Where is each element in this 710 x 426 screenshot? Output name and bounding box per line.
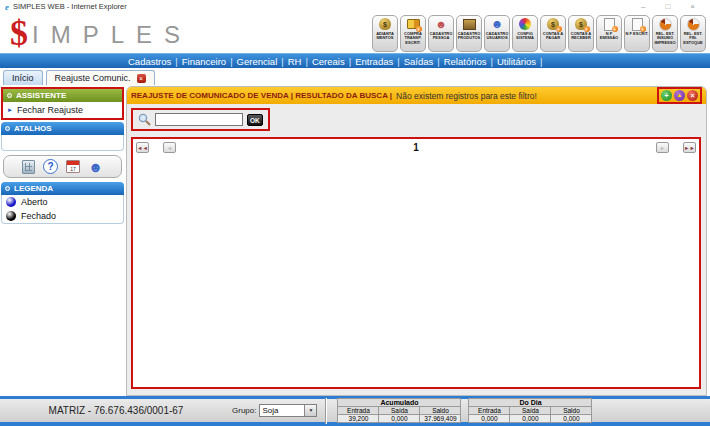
chevron-down-icon[interactable]: ▼	[304, 405, 316, 416]
menu-separator: |	[281, 56, 283, 67]
toolbar-button-compra-transp-escrit-[interactable]: +COMPRA TRANSP. ESCRIT.	[400, 15, 426, 52]
minimize-button[interactable]: –	[641, 2, 645, 11]
main-area: ASSISTENTE ► Fechar Reajuste ATALHOS LEG…	[0, 85, 710, 396]
stat-value: 0,000	[551, 415, 591, 422]
header-actions-box: + ▲ ×	[657, 87, 702, 104]
panel-dot-icon	[5, 186, 10, 191]
atalhos-panel: ATALHOS	[1, 122, 124, 151]
user-icon[interactable]	[88, 159, 103, 174]
legenda-header[interactable]: LEGENDA	[1, 182, 124, 195]
sidebar-item-fechar-reajuste[interactable]: ► Fechar Reajuste	[3, 102, 122, 118]
menu-separator: |	[230, 56, 232, 67]
plus-badge-icon: +	[612, 26, 618, 32]
add-record-icon[interactable]: +	[661, 90, 672, 101]
stat-table-title: Acumulado	[338, 399, 460, 406]
status-bar: MATRIZ - 76.676.436/0001-67 Grupo: Soja …	[0, 396, 710, 426]
tab-inicio[interactable]: Início	[3, 70, 43, 85]
menu-item-cereais[interactable]: Cereais	[312, 56, 345, 67]
pagination-first-button[interactable]: ◄◄	[136, 142, 149, 153]
menu-separator: |	[437, 56, 439, 67]
pagination-prev-button[interactable]: ◄	[163, 142, 176, 153]
toolbar-button-adianta-mentos[interactable]: ADIANTA MENTOS	[372, 15, 398, 52]
legend-label: Fechado	[21, 211, 56, 221]
search-input[interactable]	[155, 113, 243, 126]
toolbar-button-rel-est-fin-estoque[interactable]: REL. EST. FIN. ESTOQUE	[680, 15, 706, 52]
logo-row: $ IMPLES ADIANTA MENTOS+COMPRA TRANSP. E…	[0, 13, 710, 53]
search-ok-button[interactable]: OK	[247, 114, 263, 126]
quick-toolbar: ADIANTA MENTOS+COMPRA TRANSP. ESCRIT.CAD…	[372, 15, 710, 52]
plus-badge-icon: +	[640, 26, 646, 32]
grupo-select[interactable]: Soja ▼	[259, 404, 317, 417]
stat-col-header: Entrada	[338, 407, 378, 414]
toolbar-button-label: CONTAS A PAGAR	[541, 32, 566, 42]
plus-badge-icon: +	[416, 26, 422, 32]
internet-explorer-icon: e	[5, 2, 9, 12]
page-title: REAJUSTE DE COMUNICADO DE VENDA | RESULT…	[131, 91, 392, 100]
stat-col-header: Entrada	[469, 407, 509, 414]
no-records-message: Não existem registros para este filtro!	[396, 91, 537, 101]
window-titlebar: e SIMPLES WEB - Internet Explorer – □ ×	[0, 0, 710, 13]
tab-inicio-label: Início	[12, 73, 34, 83]
toolbar-button-cadastro-produtos[interactable]: CADASTRO PRODUTOS	[456, 15, 482, 52]
atalhos-body	[1, 135, 124, 151]
toolbar-button-cadastro-pessoa[interactable]: CADASTRO PESSOA	[428, 15, 454, 52]
tab-close-icon[interactable]: ×	[137, 74, 146, 83]
company-id: MATRIZ - 76.676.436/0001-67	[0, 405, 232, 416]
collapse-up-icon[interactable]: ▲	[674, 90, 685, 101]
maximize-button[interactable]: □	[665, 2, 670, 11]
toolbar-button-config-sistema[interactable]: CONFIG SISTEMA	[512, 15, 538, 52]
atalhos-header[interactable]: ATALHOS	[1, 122, 124, 135]
toolbar-button-n-f-emiss-o[interactable]: +N F EMISSÃO	[596, 15, 622, 52]
menu-item-rh[interactable]: RH	[288, 56, 302, 67]
menu-item-saídas[interactable]: Saídas	[404, 56, 434, 67]
tab-reajuste-comunic[interactable]: Reajuste Comunic. ×	[46, 70, 155, 85]
menu-item-financeiro[interactable]: Financeiro	[182, 56, 226, 67]
help-icon[interactable]	[43, 159, 58, 174]
menu-separator: |	[540, 56, 542, 67]
toolbar-button-contas-a-pagar[interactable]: +CONTAS A PAGAR	[540, 15, 566, 52]
stat-col-header: Saída	[510, 407, 550, 414]
stat-col-header: Saída	[379, 407, 419, 414]
arrow-bullet-icon: ►	[7, 107, 13, 113]
assistente-header[interactable]: ASSISTENTE	[3, 89, 122, 102]
legenda-panel: LEGENDA AbertoFechado	[1, 182, 124, 224]
close-panel-icon[interactable]: ×	[687, 90, 698, 101]
pie-icon	[687, 18, 700, 31]
assistente-title: ASSISTENTE	[16, 91, 66, 100]
menu-item-cadastros[interactable]: Cadastros	[128, 56, 171, 67]
toolbar-button-cadastro-usu-rios[interactable]: CADASTRO USUÁRIOS	[484, 15, 510, 52]
money-bag-plus-icon: +	[547, 18, 560, 31]
close-button[interactable]: ×	[690, 2, 695, 11]
menu-item-gerencial[interactable]: Gerencial	[237, 56, 278, 67]
panel-dot-icon	[7, 93, 12, 98]
shortcut-icons-bar	[3, 155, 122, 178]
tab-reajuste-label: Reajuste Comunic.	[55, 73, 131, 83]
pagination-current-page: 1	[176, 142, 656, 153]
toolbar-button-contas-a-receber[interactable]: +CONTAS A RECEBER	[568, 15, 594, 52]
legenda-title: LEGENDA	[14, 184, 53, 193]
toolbar-button-label: CONTAS A RECEBER	[569, 32, 594, 42]
pagination-next-button[interactable]: ►	[656, 142, 669, 153]
calculator-icon[interactable]	[22, 160, 35, 174]
toolbar-button-rel-est-insumo-impresso[interactable]: REL. EST. INSUMO IMPRESSO	[652, 15, 678, 52]
pagination-last-button[interactable]: ►►	[683, 142, 696, 153]
box-icon	[463, 18, 476, 31]
menu-item-entradas[interactable]: Entradas	[355, 56, 393, 67]
color-fan-icon	[519, 18, 532, 31]
menu-item-relatórios[interactable]: Relatórios	[444, 56, 487, 67]
toolbar-button-n-f-escrit-[interactable]: +N F ESCRIT.	[624, 15, 650, 52]
menu-item-utilitários[interactable]: Utilitários	[497, 56, 536, 67]
stat-table-title: Do Dia	[469, 399, 591, 406]
money-bag-plus-icon: +	[575, 18, 588, 31]
stat-col-header: Saldo	[420, 407, 460, 414]
stat-value: 39,200	[338, 415, 378, 422]
stat-table-acumulado: AcumuladoEntradaSaídaSaldo39,2000,00037.…	[337, 398, 461, 423]
search-row: OK	[127, 104, 706, 136]
plus-badge-icon: +	[584, 26, 590, 32]
legend-dot-icon	[6, 211, 16, 221]
atalhos-title: ATALHOS	[14, 124, 51, 133]
stat-table-do-dia: Do DiaEntradaSaídaSaldo0,0000,0000,000	[468, 398, 592, 423]
panel-dot-icon	[5, 126, 10, 131]
calendar-icon[interactable]	[66, 160, 80, 173]
legenda-body: AbertoFechado	[1, 195, 124, 224]
